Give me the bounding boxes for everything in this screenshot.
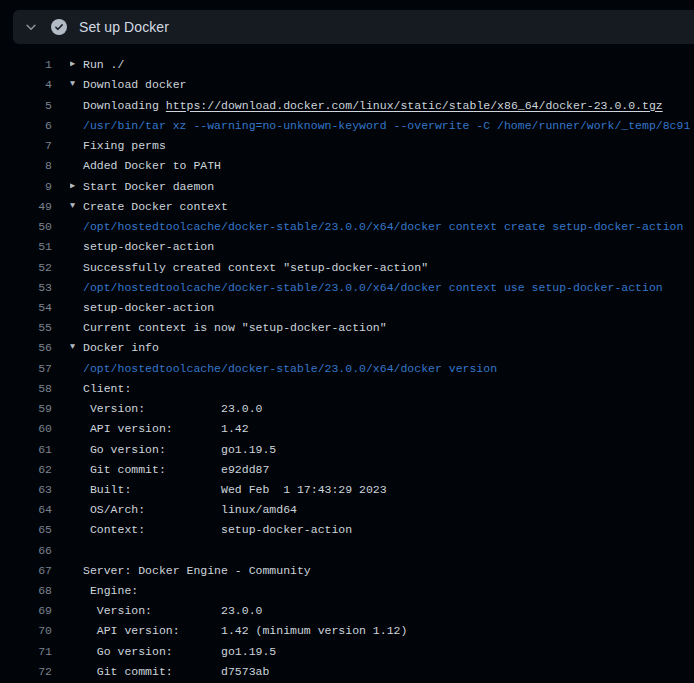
log-line: 50/opt/hostedtoolcache/docker-stable/23.… — [0, 217, 694, 237]
line-number[interactable]: 53 — [0, 278, 52, 298]
log-line: 5Downloading https://download.docker.com… — [0, 96, 694, 116]
line-number[interactable]: 55 — [0, 318, 52, 338]
line-number[interactable]: 49 — [0, 197, 52, 217]
triangle-right-icon[interactable]: ▶ — [70, 177, 83, 196]
log-link[interactable]: https://download.docker.com/linux/static… — [166, 99, 663, 112]
line-number[interactable]: 63 — [0, 480, 52, 500]
line-number[interactable]: 71 — [0, 642, 52, 662]
log-line: 72 Git commit: d7573ab — [0, 662, 694, 682]
log-text: Added Docker to PATH — [70, 156, 221, 176]
group-toggle[interactable]: ▼Download docker — [70, 75, 187, 95]
log-line: 61 Go version: go1.19.5 — [0, 440, 694, 460]
triangle-down-icon[interactable]: ▼ — [70, 338, 83, 357]
log-text: Go version: go1.19.5 — [70, 440, 276, 460]
log-text: API version: 1.42 (minimum version 1.12) — [70, 621, 407, 641]
log-line: 53/opt/hostedtoolcache/docker-stable/23.… — [0, 278, 694, 298]
log-line: 71 Go version: go1.19.5 — [0, 642, 694, 662]
line-number[interactable]: 51 — [0, 237, 52, 257]
line-number[interactable]: 72 — [0, 662, 52, 682]
group-title: Run ./ — [83, 58, 124, 71]
log-text: Engine: — [70, 581, 138, 601]
log-line: 59 Version: 23.0.0 — [0, 399, 694, 419]
log-text: Current context is now "setup-docker-act… — [70, 318, 387, 338]
triangle-down-icon[interactable]: ▼ — [70, 75, 83, 94]
log-line: 56▼Docker info — [0, 338, 694, 358]
step-status-check-icon — [51, 19, 67, 35]
line-number[interactable]: 9 — [0, 177, 52, 197]
chevron-down-icon[interactable] — [24, 20, 38, 34]
log-text: setup-docker-action — [70, 298, 214, 318]
line-number[interactable]: 65 — [0, 520, 52, 540]
line-number[interactable]: 6 — [0, 116, 52, 136]
line-number[interactable]: 70 — [0, 621, 52, 641]
line-number[interactable]: 57 — [0, 359, 52, 379]
log-text: Git commit: e92dd87 — [70, 460, 269, 480]
log-line: 49▼Create Docker context — [0, 197, 694, 217]
line-number[interactable]: 68 — [0, 581, 52, 601]
line-number[interactable]: 8 — [0, 156, 52, 176]
log-text: API version: 1.42 — [70, 419, 249, 439]
line-number[interactable]: 56 — [0, 338, 52, 358]
group-title: Docker info — [83, 342, 159, 355]
log-line: 65 Context: setup-docker-action — [0, 520, 694, 540]
log-text: Successfully created context "setup-dock… — [70, 258, 428, 278]
log-text: Server: Docker Engine - Community — [70, 561, 311, 581]
log-line: 64 OS/Arch: linux/amd64 — [0, 500, 694, 520]
log-text: Git commit: d7573ab — [70, 662, 269, 682]
log-line: 62 Git commit: e92dd87 — [0, 460, 694, 480]
line-number[interactable]: 7 — [0, 136, 52, 156]
step-title: Set up Docker — [79, 19, 169, 35]
log-text-prefix: Downloading — [83, 99, 166, 112]
log-line: 66 — [0, 541, 694, 561]
log-line: 57/opt/hostedtoolcache/docker-stable/23.… — [0, 359, 694, 379]
log-text: Fixing perms — [70, 136, 166, 156]
log-line: 51setup-docker-action — [0, 237, 694, 257]
line-number[interactable]: 52 — [0, 258, 52, 278]
line-number[interactable]: 69 — [0, 601, 52, 621]
log-line: 4▼Download docker — [0, 75, 694, 95]
line-number[interactable]: 67 — [0, 561, 52, 581]
line-number[interactable]: 61 — [0, 440, 52, 460]
triangle-down-icon[interactable]: ▼ — [70, 197, 83, 216]
group-title: Start Docker daemon — [83, 180, 214, 193]
group-title: Create Docker context — [83, 200, 228, 213]
line-number[interactable]: 64 — [0, 500, 52, 520]
line-number[interactable]: 66 — [0, 541, 52, 561]
log-line: 69 Version: 23.0.0 — [0, 601, 694, 621]
group-toggle[interactable]: ▶Run ./ — [70, 55, 124, 75]
log-line: 55Current context is now "setup-docker-a… — [0, 318, 694, 338]
line-number[interactable]: 5 — [0, 96, 52, 116]
group-toggle[interactable]: ▼Create Docker context — [70, 197, 228, 217]
command-text: /opt/hostedtoolcache/docker-stable/23.0.… — [70, 278, 663, 298]
line-number[interactable]: 62 — [0, 460, 52, 480]
command-text: /usr/bin/tar xz --warning=no-unknown-key… — [70, 116, 690, 136]
log-text: OS/Arch: linux/amd64 — [70, 500, 297, 520]
log-text: setup-docker-action — [70, 237, 214, 257]
line-number[interactable]: 54 — [0, 298, 52, 318]
log-text: Context: setup-docker-action — [70, 520, 352, 540]
log-text: Client: — [70, 379, 131, 399]
line-number[interactable]: 50 — [0, 217, 52, 237]
group-toggle[interactable]: ▼Docker info — [70, 338, 159, 358]
line-number[interactable]: 58 — [0, 379, 52, 399]
group-toggle[interactable]: ▶Start Docker daemon — [70, 177, 214, 197]
log-line: 60 API version: 1.42 — [0, 419, 694, 439]
log-text: Built: Wed Feb 1 17:43:29 2023 — [70, 480, 387, 500]
line-number[interactable]: 60 — [0, 419, 52, 439]
log-text: Downloading https://download.docker.com/… — [70, 96, 663, 116]
line-number[interactable]: 4 — [0, 75, 52, 95]
command-text: /opt/hostedtoolcache/docker-stable/23.0.… — [70, 359, 497, 379]
log-line: 67Server: Docker Engine - Community — [0, 561, 694, 581]
group-title: Download docker — [83, 78, 187, 91]
log-line: 63 Built: Wed Feb 1 17:43:29 2023 — [0, 480, 694, 500]
log-line: 58Client: — [0, 379, 694, 399]
log-line: 8Added Docker to PATH — [0, 156, 694, 176]
triangle-right-icon[interactable]: ▶ — [70, 55, 83, 74]
line-number[interactable]: 1 — [0, 55, 52, 75]
log-line: 68 Engine: — [0, 581, 694, 601]
step-header[interactable]: Set up Docker — [13, 10, 694, 44]
log-line: 52Successfully created context "setup-do… — [0, 258, 694, 278]
line-number[interactable]: 59 — [0, 399, 52, 419]
log-text: Version: 23.0.0 — [70, 399, 262, 419]
log-text: Go version: go1.19.5 — [70, 642, 276, 662]
